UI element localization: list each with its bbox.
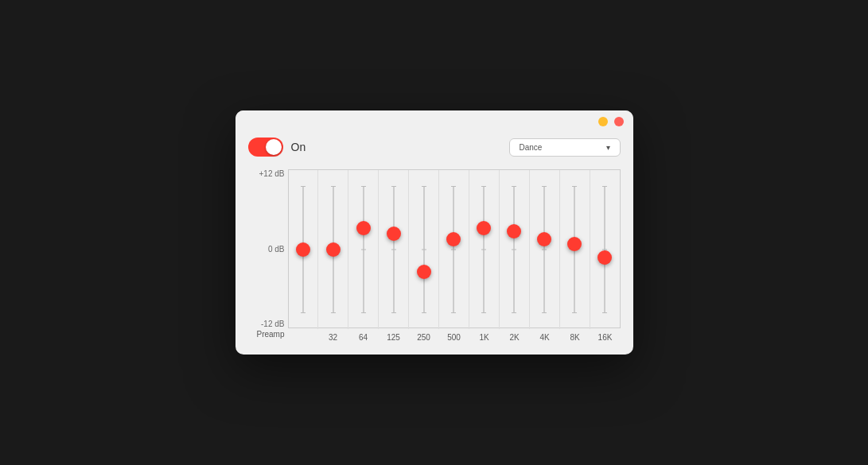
tick <box>451 312 456 313</box>
tick <box>542 312 547 313</box>
band-8k-track <box>574 186 575 313</box>
preamp-thumb[interactable] <box>296 242 310 257</box>
toggle-area: On <box>248 138 306 157</box>
equalizer-section: +12 dB 0 dB -12 dB <box>248 169 621 342</box>
chevron-down-icon: ▾ <box>606 143 610 152</box>
band-125-thumb[interactable] <box>387 227 401 241</box>
band-125-col <box>379 170 409 329</box>
band-2k-thumb[interactable] <box>507 224 521 238</box>
freq-label-8k: 8K <box>560 330 590 342</box>
toggle-label: On <box>291 141 306 153</box>
band-250-thumb[interactable] <box>417 265 431 279</box>
freq-label-16k: 16K <box>590 330 621 342</box>
tick <box>481 186 486 187</box>
tick <box>512 312 516 313</box>
tick <box>301 186 306 187</box>
band-32-track <box>333 186 334 313</box>
tick <box>602 312 607 313</box>
band-125-track <box>393 186 395 313</box>
band-8k-thumb[interactable] <box>567 237 582 251</box>
eq-grid: +12 dB 0 dB -12 dB <box>248 169 621 328</box>
top-controls: On Dance ▾ <box>248 138 621 157</box>
tick <box>542 250 547 250</box>
band-2k-col <box>500 170 530 329</box>
band-500-thumb[interactable] <box>446 232 461 246</box>
tick <box>572 186 577 187</box>
bottom-labels-row: Preamp 32 64 125 250 500 1K 2K 4K 8K 16K <box>248 330 621 342</box>
band-16k-track <box>604 186 605 313</box>
tick <box>481 312 486 313</box>
main-content: On Dance ▾ +12 dB 0 dB -12 dB <box>235 131 633 355</box>
band-250-col <box>409 170 439 329</box>
band-64-col <box>348 170 379 329</box>
freq-label-1k: 1K <box>469 330 500 342</box>
tick <box>512 250 516 250</box>
toggle-knob <box>266 139 282 155</box>
db-scale: +12 dB 0 dB -12 dB <box>248 169 288 328</box>
tick <box>391 186 396 187</box>
band-32-thumb[interactable] <box>326 242 341 257</box>
band-64-thumb[interactable] <box>356 221 371 235</box>
close-button[interactable]: ✕ <box>614 117 624 126</box>
freq-label-125: 125 <box>379 330 409 342</box>
tick <box>361 186 366 187</box>
preset-dropdown[interactable]: Dance ▾ <box>509 138 621 157</box>
band-4k-thumb[interactable] <box>537 232 551 246</box>
freq-label-500: 500 <box>439 330 469 342</box>
preamp-track <box>302 186 304 313</box>
db-bot-label: -12 dB <box>248 320 285 328</box>
tick <box>572 312 577 313</box>
tick <box>481 250 486 250</box>
tick <box>391 250 396 250</box>
band-1k-col <box>469 170 500 329</box>
band-16k-col <box>590 170 620 329</box>
tick <box>512 186 516 187</box>
title-bar: — ✕ <box>235 110 633 131</box>
band-2k-track <box>513 186 515 313</box>
sliders-container <box>288 169 621 328</box>
band-1k-track <box>483 186 485 313</box>
freq-label-2k: 2K <box>500 330 530 342</box>
freq-labels: 32 64 125 250 500 1K 2K 4K 8K 16K <box>288 330 621 342</box>
tick <box>602 186 607 187</box>
freq-label-250: 250 <box>409 330 439 342</box>
tick <box>361 312 366 313</box>
db-mid-label: 0 dB <box>248 245 285 254</box>
tick <box>361 250 366 250</box>
tick <box>451 250 456 250</box>
freq-label-32: 32 <box>318 330 348 342</box>
band-4k-col <box>530 170 560 329</box>
tick <box>451 186 456 187</box>
tick <box>422 312 426 313</box>
band-1k-thumb[interactable] <box>477 221 491 235</box>
band-32-col <box>318 170 348 329</box>
tick <box>391 312 396 313</box>
band-16k-thumb[interactable] <box>597 250 612 265</box>
minimize-button[interactable]: — <box>598 117 608 126</box>
band-64-track <box>363 186 364 313</box>
band-250-track <box>423 186 425 313</box>
band-4k-track <box>543 186 545 313</box>
tick <box>331 186 336 187</box>
preamp-label: Preamp <box>248 330 288 342</box>
band-500-track <box>453 186 454 313</box>
tick <box>301 312 306 313</box>
band-500-col <box>439 170 469 329</box>
preamp-slider-col <box>289 170 319 329</box>
freq-label-preamp <box>288 330 318 342</box>
equalizer-window: — ✕ On Dance ▾ +12 dB 0 dB <box>235 110 633 355</box>
preset-value: Dance <box>520 143 543 152</box>
tick <box>422 186 426 187</box>
tick <box>331 312 336 313</box>
on-off-toggle[interactable] <box>248 138 283 157</box>
tick <box>422 250 426 250</box>
db-top-label: +12 dB <box>248 169 285 178</box>
band-8k-col <box>560 170 590 329</box>
freq-label-4k: 4K <box>530 330 560 342</box>
tick <box>542 186 547 187</box>
freq-label-64: 64 <box>348 330 379 342</box>
